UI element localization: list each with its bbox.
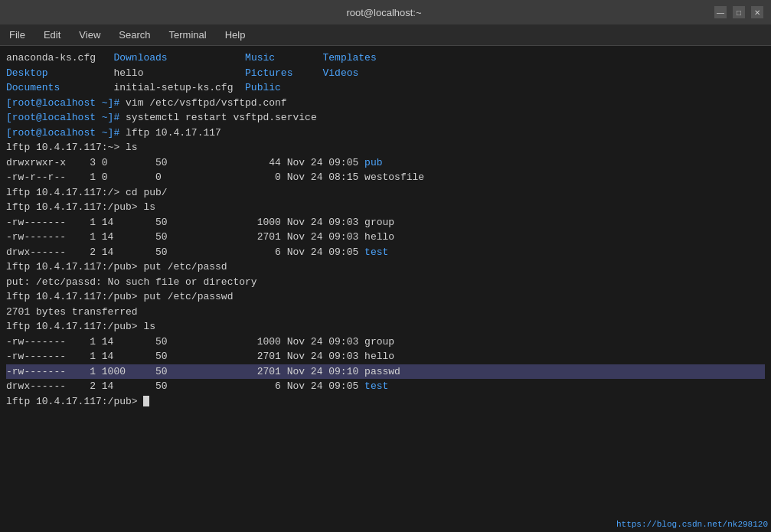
terminal-line: -rw-r--r-- 1 0 0 0 Nov 24 08:15 westosfi… [6,170,765,185]
terminal-line: 2701 bytes transferred [6,305,765,320]
terminal-line: lftp 10.4.17.117:/> cd pub/ [6,185,765,201]
terminal-prompt-line: lftp 10.4.17.117:/pub> [6,394,765,410]
menu-view[interactable]: View [76,28,103,42]
menu-terminal[interactable]: Terminal [166,28,210,42]
minimize-button[interactable]: — [714,6,727,18]
terminal-line: [root@localhost ~]# vim /etc/vsftpd/vsft… [6,96,765,111]
terminal-line: -rw------- 1 14 50 2701 Nov 24 09:03 hel… [6,230,765,245]
menu-file[interactable]: File [6,28,28,42]
status-url: https://blog.csdn.net/nk298120 [616,518,768,531]
terminal-line: lftp 10.4.17.117:/pub> put /etc/passwd [6,289,765,305]
terminal-line: Documents initial-setup-ks.cfg Public [6,80,765,96]
menubar: File Edit View Search Terminal Help [0,24,771,46]
terminal-line: anaconda-ks.cfg Downloads Music Template… [6,51,765,66]
menu-help[interactable]: Help [222,28,249,42]
terminal-line: -rw------- 1 14 50 1000 Nov 24 09:03 gro… [6,335,765,350]
terminal-window: root@localhost:~ — □ ✕ File Edit View Se… [0,0,771,532]
terminal-line: Desktop hello Pictures Videos [6,66,765,81]
terminal-line: drwx------ 2 14 50 6 Nov 24 09:05 test [6,379,765,394]
close-button[interactable]: ✕ [751,6,763,18]
menu-search[interactable]: Search [116,28,153,42]
terminal-line: -rw------- 1 14 50 1000 Nov 24 09:03 gro… [6,215,765,230]
terminal-body[interactable]: anaconda-ks.cfg Downloads Music Template… [0,46,771,532]
titlebar: root@localhost:~ — □ ✕ [0,0,771,24]
terminal-line: put: /etc/passd: No such file or directo… [6,275,765,290]
titlebar-controls[interactable]: — □ ✕ [714,6,763,18]
terminal-line-highlighted: -rw------- 1 1000 50 2701 Nov 24 09:10 p… [6,364,765,380]
titlebar-title: root@localhost:~ [54,7,714,18]
cursor [143,396,149,406]
terminal-line: lftp 10.4.17.117:/pub> put /etc/passd [6,259,765,275]
terminal-line: drwx------ 2 14 50 6 Nov 24 09:05 test [6,245,765,260]
terminal-line: drwxrwxr-x 3 0 50 44 Nov 24 09:05 pub [6,155,765,171]
terminal-line: -rw------- 1 14 50 2701 Nov 24 09:03 hel… [6,349,765,364]
menu-edit[interactable]: Edit [41,28,64,42]
terminal-line: [root@localhost ~]# systemctl restart vs… [6,110,765,126]
terminal-line: lftp 10.4.17.117:/pub> ls [6,200,765,215]
terminal-line: [root@localhost ~]# lftp 10.4.17.117 [6,126,765,141]
terminal-line: lftp 10.4.17.117:/pub> ls [6,319,765,335]
maximize-button[interactable]: □ [733,6,745,18]
terminal-line: lftp 10.4.17.117:~> ls [6,140,765,155]
